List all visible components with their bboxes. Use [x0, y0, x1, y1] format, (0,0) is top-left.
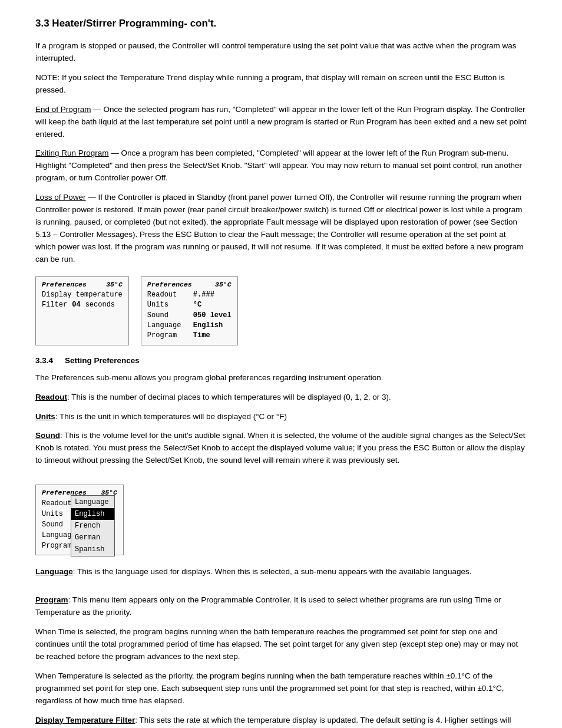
lcd-right-row: Sound050 level: [147, 311, 232, 321]
lcd-dropdown-container: Preferences 35°C ReadoutUnitsSoundelLang…: [35, 485, 124, 555]
lcd-dropdown: Language English French German Spanish: [71, 495, 115, 556]
section-334-title: Setting Preferences: [65, 356, 140, 365]
lcd-left: Preferences 35°C Display temperature Fil…: [35, 276, 129, 345]
lcd-left-label2: Filter: [42, 300, 67, 310]
end-of-program-para: End of Program — Once the selected progr…: [35, 104, 527, 141]
display-temp-para: Display Temperature Filter: This sets th…: [35, 714, 527, 728]
end-of-program-label: End of Program: [35, 105, 91, 114]
page-title: 3.3 Heater/Stirrer Programming- con't.: [35, 18, 527, 29]
time-para: When Time is selected, the program begin…: [35, 626, 527, 663]
lcd-right-row: LanguageEnglish: [147, 321, 232, 331]
dd-item-english: English: [71, 508, 114, 520]
loss-label: Loss of Power: [35, 193, 86, 202]
dd-item-french: French: [71, 520, 114, 532]
lcd-left-row1: Display temperature: [42, 290, 123, 300]
program-text: : This menu item appears only on the Pro…: [35, 595, 501, 617]
lcd-left-row2: Filter 04 seconds: [42, 300, 123, 310]
lcd-right: Preferences 35°C Readout#.###Units°CSoun…: [141, 276, 238, 345]
readout-text: : This is the number of decimal places t…: [67, 393, 391, 401]
sound-label: Sound: [35, 431, 60, 440]
lcd-right-row: ProgramTime: [147, 331, 232, 341]
display-temp-label: Display Temperature Filter: [35, 716, 135, 724]
language-label: Language: [35, 567, 73, 576]
units-label: Units: [35, 412, 55, 421]
sound-text: : This is the volume level for the unit'…: [35, 431, 525, 465]
language-para: Language: This is the language used for …: [35, 566, 527, 578]
loss-text: — If the Controller is placed in Standby…: [35, 193, 523, 263]
units-text: : This is the unit in which temperatures…: [55, 412, 287, 421]
dd-item-spanish: Spanish: [71, 543, 114, 555]
lcd-left-val2: seconds: [85, 300, 115, 310]
exiting-para: Exiting Run Program — Once a program has…: [35, 147, 527, 185]
exiting-text: — Once a program has been completed, "Co…: [35, 149, 522, 182]
units-para: Units: This is the unit in which tempera…: [35, 411, 527, 423]
lcd-right-title: Preferences 35°C: [147, 281, 232, 288]
lcd-left-label1: Display temperature: [42, 290, 123, 300]
dd-item-language: Language: [71, 496, 114, 508]
program-para: Program: This menu item appears only on …: [35, 594, 527, 619]
lcd-left-val1: 04: [72, 300, 80, 310]
section-334-number: 3.3.4: [35, 356, 53, 365]
program-label: Program: [35, 595, 68, 604]
lcd-right-rows: Readout#.###Units°CSound050 levelLanguag…: [147, 290, 232, 341]
readout-label: Readout: [35, 393, 67, 401]
lcd-right-row: Units°C: [147, 300, 232, 310]
section-334-heading: 3.3.4Setting Preferences: [35, 356, 527, 365]
loss-of-power-para: Loss of Power — If the Controller is pla…: [35, 192, 527, 266]
lcd-row-1: Preferences 35°C Display temperature Fil…: [35, 276, 527, 345]
language-text: : This is the language used for displays…: [73, 567, 472, 576]
dd-item-german: German: [71, 532, 114, 543]
temp-para: When Temperature is selected as the prio…: [35, 670, 527, 707]
lcd-left-title: Preferences 35°C: [42, 281, 123, 288]
intro-para-2: NOTE: If you select the Temperature Tren…: [35, 72, 527, 97]
sound-para: Sound: This is the volume level for the …: [35, 430, 527, 467]
exiting-label: Exiting Run Program: [35, 149, 109, 157]
intro-para-1: If a program is stopped or paused, the C…: [35, 40, 527, 65]
readout-para: Readout: This is the number of decimal p…: [35, 391, 527, 404]
334-intro: The Preferences sub-menu allows you prog…: [35, 372, 527, 384]
lcd-right-row: Readout#.###: [147, 290, 232, 300]
end-of-program-text: — Once the selected program has run, "Co…: [35, 105, 527, 139]
